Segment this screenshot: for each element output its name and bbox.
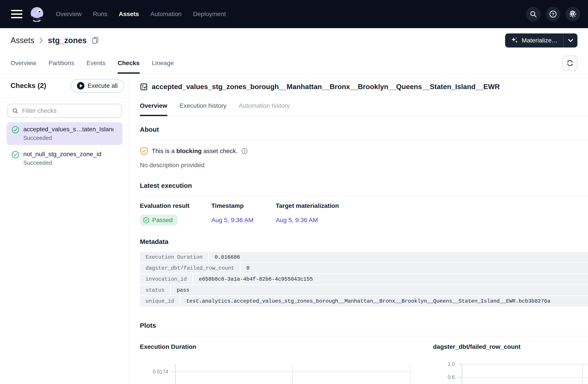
tab-events[interactable]: Events xyxy=(86,53,105,74)
execute-all-button[interactable]: Execute all xyxy=(71,79,124,93)
dagster-logo-icon[interactable] xyxy=(29,6,44,22)
detail-tab-automation-history: Automation history xyxy=(239,102,290,116)
metadata-key: unique_id xyxy=(140,296,180,306)
materialize-split-button: Materialize… xyxy=(505,33,577,47)
caret-down-icon xyxy=(568,39,573,42)
timestamp-link[interactable]: Aug 5, 9:36 AM xyxy=(211,217,253,223)
refresh-icon xyxy=(566,59,574,67)
metadata-table: Execution Duration 0.016686 dagster_dbt/… xyxy=(140,252,588,306)
shield-check-icon xyxy=(140,147,148,155)
nav-item-overview[interactable]: Overview xyxy=(56,11,82,18)
nav-item-automation[interactable]: Automation xyxy=(150,11,182,18)
chart-title: dagster_dbt/failed_row_count xyxy=(433,343,588,350)
filter-checks-input[interactable] xyxy=(7,104,122,118)
table-row: status pass xyxy=(140,285,588,295)
metadata-key: Execution Duration xyxy=(140,252,208,262)
menu-icon[interactable] xyxy=(11,10,22,18)
metadata-value: 0.016686 xyxy=(209,252,588,262)
top-nav-items: Overview Runs Assets Automation Deployme… xyxy=(56,11,226,18)
target-materialization-link[interactable]: Aug 5, 9:36 AM xyxy=(276,217,318,223)
check-list-item[interactable]: not_null_stg_zones_zone_id Succeeded xyxy=(7,147,123,170)
content-area: Checks (2) Execute all accepted_values_s… xyxy=(0,74,588,384)
plots-section: Execution Duration 0.0174 dagster_dbt/fa… xyxy=(140,343,588,384)
refresh-button[interactable] xyxy=(563,56,577,71)
metadata-key: dagster_dbt/failed_row_count xyxy=(140,263,240,273)
help-button[interactable]: ? xyxy=(546,7,560,21)
about-heading: About xyxy=(140,126,588,133)
column-evaluation-result: Evaluation result xyxy=(140,202,211,209)
materialize-dropdown-button[interactable] xyxy=(564,33,577,47)
check-name: not_null_stg_zones_zone_id xyxy=(23,151,101,158)
check-status: Succeeded xyxy=(23,135,113,141)
filter-search-icon xyxy=(12,107,19,114)
tab-overview[interactable]: Overview xyxy=(11,53,36,74)
checks-sidebar: Checks (2) Execute all accepted_values_s… xyxy=(0,74,129,384)
check-detail-panel: accepted_values_stg_zones_borough__Manha… xyxy=(129,74,588,384)
metadata-key: status xyxy=(140,285,170,295)
tab-checks[interactable]: Checks xyxy=(118,53,140,74)
passed-badge: Passed xyxy=(140,215,177,226)
breadcrumb-assets-link[interactable]: Assets xyxy=(11,36,34,45)
nav-item-deployment[interactable]: Deployment xyxy=(193,11,226,18)
gear-icon xyxy=(569,10,577,18)
tab-partitions[interactable]: Partitions xyxy=(49,53,74,74)
column-timestamp: Timestamp xyxy=(211,202,276,209)
chevron-right-icon xyxy=(39,37,43,44)
detail-tab-overview[interactable]: Overview xyxy=(140,102,167,116)
metadata-value: e658b8c8-3a1a-4b4f-82b6-4c955043c155 xyxy=(193,274,588,284)
check-detail-tabs: Overview Execution history Automation hi… xyxy=(140,102,588,116)
page-header: Assets stg_zones Materialize… xyxy=(0,28,588,53)
latest-execution-heading: Latest execution xyxy=(140,182,588,189)
nav-item-assets[interactable]: Assets xyxy=(119,11,139,18)
metadata-key: invocation_id xyxy=(140,274,192,284)
check-detail-title: accepted_values_stg_zones_borough__Manha… xyxy=(152,83,500,91)
detail-tab-execution-history[interactable]: Execution history xyxy=(180,102,227,116)
top-navigation: Overview Runs Assets Automation Deployme… xyxy=(0,0,588,28)
y-tick-label: 0.0174 xyxy=(140,369,168,375)
breadcrumb: Assets stg_zones xyxy=(11,36,99,45)
check-status: Succeeded xyxy=(23,159,101,166)
asset-tabs: Overview Partitions Events Checks Lineag… xyxy=(0,53,588,74)
check-success-icon xyxy=(143,217,149,223)
copy-icon[interactable] xyxy=(92,37,99,44)
y-tick-label: 1.0 xyxy=(433,361,455,367)
blocking-note: This is a blocking asset check. xyxy=(140,147,588,155)
play-icon xyxy=(77,82,84,89)
metadata-value: 0 xyxy=(241,263,588,273)
help-icon: ? xyxy=(549,10,557,18)
nav-item-runs[interactable]: Runs xyxy=(93,11,107,18)
checks-count-title: Checks (2) xyxy=(11,82,46,90)
metadata-heading: Metadata xyxy=(140,238,588,245)
table-row: unique_id test.analytics.accepted_values… xyxy=(140,296,588,306)
check-list-item[interactable]: accepted_values_s…taten_Island_ Succeede… xyxy=(7,122,123,145)
materialize-button[interactable]: Materialize… xyxy=(505,33,563,47)
execution-duration-chart: Execution Duration 0.0174 xyxy=(140,343,413,384)
checks-list: accepted_values_s…taten_Island_ Succeede… xyxy=(0,122,129,172)
svg-text:?: ? xyxy=(552,12,554,17)
failed-row-count-chart: dagster_dbt/failed_row_count 1.0 0.6 xyxy=(433,343,588,384)
asset-check-icon xyxy=(140,83,148,91)
table-row: invocation_id e658b8c8-3a1a-4b4f-82b6-4c… xyxy=(140,274,588,284)
table-row: dagster_dbt/failed_row_count 0 xyxy=(140,263,588,273)
page-title: stg_zones xyxy=(48,36,87,45)
no-description-text: No description provided xyxy=(140,162,588,169)
plots-heading: Plots xyxy=(140,322,588,329)
y-tick-label: 0.6 xyxy=(433,374,455,380)
chart-title: Execution Duration xyxy=(140,343,413,350)
sparkle-icon xyxy=(511,37,518,44)
check-success-icon xyxy=(11,126,19,134)
metadata-value: test.analytics.accepted_values_stg_zones… xyxy=(181,296,588,306)
settings-button[interactable] xyxy=(566,7,580,21)
metadata-value: pass xyxy=(171,285,588,295)
check-success-icon xyxy=(11,151,19,159)
table-row: Execution Duration 0.016686 xyxy=(140,252,588,262)
top-nav-actions: ? xyxy=(526,7,580,21)
tab-lineage[interactable]: Lineage xyxy=(152,53,174,74)
search-button[interactable] xyxy=(526,7,541,21)
search-icon xyxy=(529,10,537,18)
info-icon[interactable] xyxy=(241,148,248,154)
column-target-materialization: Target materialization xyxy=(276,202,339,209)
check-name: accepted_values_s…taten_Island_ xyxy=(23,126,113,133)
